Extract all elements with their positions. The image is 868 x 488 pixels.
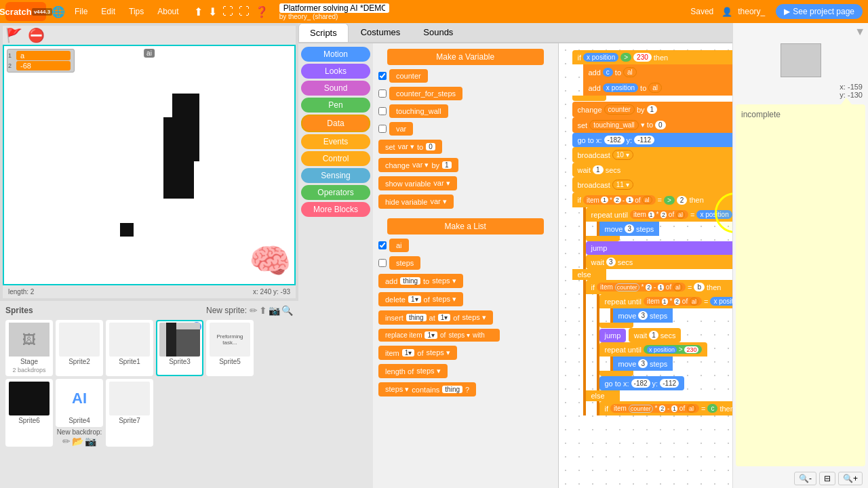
paint-sprite-btn[interactable]: ✏ xyxy=(250,305,258,316)
set-var-dropdown[interactable]: var ▾ xyxy=(398,142,414,151)
stop-button[interactable]: ⛔ xyxy=(28,27,45,43)
contains-block[interactable]: steps ▾ contains thing? xyxy=(378,382,476,396)
touching-wall-checkbox[interactable] xyxy=(378,107,387,115)
steps-list-block[interactable]: steps xyxy=(389,256,420,270)
counter-steps-checkbox[interactable] xyxy=(378,89,387,98)
cat-more[interactable]: More Blocks xyxy=(301,202,370,217)
change-counter-block[interactable]: change counter by 1 xyxy=(572,102,733,117)
cat-looks[interactable]: Looks xyxy=(301,64,370,79)
globe-icon[interactable]: 🌐 xyxy=(52,5,65,18)
tab-scripts[interactable]: Scripts xyxy=(298,23,349,42)
goto-xy-block-2[interactable]: go to x: -182 y: -112 xyxy=(599,376,685,390)
sprite2-item[interactable]: Sprite2 xyxy=(56,320,103,376)
touching-wall-block[interactable]: touching_wall xyxy=(389,104,448,118)
cat-sensing[interactable]: Sensing xyxy=(301,168,370,183)
move-3-block-1[interactable]: move 3 steps xyxy=(599,222,660,236)
cat-sound[interactable]: Sound xyxy=(301,81,370,96)
script-area[interactable]: if x position > 230 then add c to al add… xyxy=(559,43,733,488)
counter-steps-block[interactable]: counter_for_steps xyxy=(389,87,462,100)
sprite1-item[interactable]: Sprite1 xyxy=(106,320,153,376)
search-sprite-btn[interactable]: 🔍 xyxy=(281,305,293,316)
delete-list-dropdown[interactable]: steps ▾ xyxy=(433,295,456,304)
project-title-input[interactable] xyxy=(279,3,389,13)
fullscreen-icon[interactable]: ⛶ xyxy=(222,5,233,18)
delete-val[interactable]: 1▾ xyxy=(408,296,421,303)
change-var-dropdown[interactable]: var ▾ xyxy=(412,161,429,169)
make-variable-button[interactable]: Make a Variable xyxy=(387,49,544,65)
hide-var-block[interactable]: hide variable var ▾ xyxy=(378,195,454,209)
counter-checkbox[interactable] xyxy=(378,72,387,80)
upload-sprite-btn[interactable]: ⬆ xyxy=(259,305,267,316)
set-var-block[interactable]: set var ▾ to 0 xyxy=(378,140,442,154)
help-icon[interactable]: ❓ xyxy=(255,5,269,18)
repeat-until-2[interactable]: repeat until item 1 * 2 of al = x positi… xyxy=(599,294,733,308)
zoom-in-button[interactable]: 🔍+ xyxy=(838,472,863,485)
menu-file[interactable]: File xyxy=(71,5,92,18)
if-counter-block[interactable]: if item counter * 2 - 1 of al = b then xyxy=(586,280,733,294)
repeat-until-xpos[interactable]: repeat until x position > 230 xyxy=(599,342,708,357)
wait-1-block[interactable]: wait 1 secs xyxy=(572,163,733,177)
tab-sounds[interactable]: Sounds xyxy=(412,23,464,42)
cat-data[interactable]: Data xyxy=(301,115,370,132)
item-list-dropdown[interactable]: steps ▾ xyxy=(427,348,450,357)
if-item-block[interactable]: if item 1 * 2 - 1 of al = > 2 then xyxy=(572,192,733,207)
cat-pen[interactable]: Pen xyxy=(301,98,370,113)
jump-block-1[interactable]: jump xyxy=(586,241,733,255)
upload-backdrop-btn[interactable]: 📂 xyxy=(72,436,83,447)
wait-1-block-2[interactable]: wait 1 secs xyxy=(629,328,682,342)
set-touching-wall-block[interactable]: set touching_wall ▾ to 0 xyxy=(572,117,733,133)
change-val[interactable]: 1 xyxy=(442,161,452,169)
insert-val[interactable]: thing xyxy=(406,314,427,321)
sprite3-item[interactable]: i Sprite3 xyxy=(156,320,203,376)
if-counter-c-block[interactable]: if item counter * 2 - 1 of al = c then xyxy=(599,401,733,415)
add-list-dropdown[interactable]: steps ▾ xyxy=(432,277,456,285)
collapse-icon[interactable]: ▼ xyxy=(854,26,865,38)
hide-var-dropdown[interactable]: var ▾ xyxy=(430,197,446,206)
steps-list-checkbox[interactable] xyxy=(378,259,387,267)
repeat-until-1[interactable]: repeat until item 1 * 2 of al = x positi… xyxy=(586,207,733,222)
goto-xy-block[interactable]: go to x: -182 y: -112 xyxy=(572,133,733,147)
add-c-block[interactable]: add c to al xyxy=(583,64,733,80)
add-thing-block[interactable]: add thing to steps ▾ xyxy=(378,274,463,288)
show-var-block[interactable]: show variable var ▾ xyxy=(378,176,457,190)
tab-costumes[interactable]: Costumes xyxy=(350,23,412,42)
ai-list-block[interactable]: ai xyxy=(389,239,409,252)
move-3-block-3[interactable]: move 3 steps xyxy=(613,357,673,371)
replace-list-dropdown[interactable]: steps ▾ xyxy=(448,331,470,339)
compress-icon[interactable]: ⛶ xyxy=(239,5,250,18)
contains-list-dropdown[interactable]: steps ▾ xyxy=(385,385,409,394)
var-block[interactable]: var xyxy=(389,122,413,136)
see-project-button[interactable]: ▶ See project page xyxy=(776,4,863,19)
delete-of-block[interactable]: delete 1▾ of steps ▾ xyxy=(378,292,463,306)
insert-at-val[interactable]: 1▾ xyxy=(438,314,451,321)
zoom-reset-button[interactable]: ⊟ xyxy=(819,472,835,485)
zoom-out-button[interactable]: 🔍- xyxy=(794,472,816,485)
add-thing-val[interactable]: thing xyxy=(400,277,420,285)
ai-list-checkbox[interactable] xyxy=(378,241,387,249)
cat-operators[interactable]: Operators xyxy=(301,185,370,200)
length-list-dropdown[interactable]: steps ▾ xyxy=(416,367,440,375)
if-xpos-block[interactable]: if x position > 230 then xyxy=(572,50,733,64)
contains-val[interactable]: thing xyxy=(442,386,462,393)
replace-item-block[interactable]: replace item 1▾ of steps ▾ with xyxy=(378,329,500,342)
wait-3-block[interactable]: wait 3 secs xyxy=(586,255,733,269)
broadcast-10-block[interactable]: broadcast 10 ▾ xyxy=(572,147,733,163)
make-list-button[interactable]: Make a List xyxy=(387,218,544,235)
camera-sprite-btn[interactable]: 📷 xyxy=(269,305,280,316)
counter-block[interactable]: counter xyxy=(389,69,428,83)
menu-about[interactable]: About xyxy=(153,5,182,18)
insert-at-block[interactable]: insert thing at 1▾ of steps ▾ xyxy=(378,310,493,325)
menu-edit[interactable]: Edit xyxy=(97,5,119,18)
show-var-dropdown[interactable]: var ▾ xyxy=(433,179,450,188)
note-area[interactable]: incomplete xyxy=(736,104,865,466)
stage-sprite-item[interactable]: 🖼 Stage 2 backdrops xyxy=(5,320,53,376)
download-icon[interactable]: ⬇ xyxy=(208,5,217,18)
insert-list-dropdown[interactable]: steps ▾ xyxy=(462,313,486,322)
cat-motion[interactable]: Motion xyxy=(301,47,370,62)
green-flag-button[interactable]: 🚩 xyxy=(5,27,22,43)
add-xpos-block[interactable]: add x position to al xyxy=(583,80,733,96)
sprite6-item[interactable]: Sprite6 xyxy=(5,379,53,447)
paint-backdrop-btn[interactable]: ✏ xyxy=(62,436,71,447)
cat-events[interactable]: Events xyxy=(301,134,370,149)
change-var-block[interactable]: change var ▾ by 1 xyxy=(378,158,458,172)
